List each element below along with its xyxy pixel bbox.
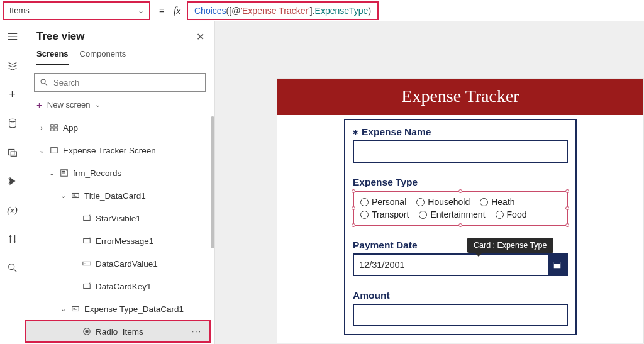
chevron-down-icon: ⌄ xyxy=(48,169,55,177)
svg-rect-14 xyxy=(83,262,91,265)
svg-point-4 xyxy=(41,79,45,84)
new-screen-button[interactable]: + New screen ⌄ xyxy=(25,96,214,116)
chevron-down-icon: ⌄ xyxy=(59,305,67,313)
svg-point-18 xyxy=(86,330,88,333)
chevron-right-icon: › xyxy=(38,124,45,131)
tree-panel: Tree view ✕ Screens Components + New scr… xyxy=(25,21,215,344)
chevron-down-icon: ⌄ xyxy=(59,192,67,200)
app-icon xyxy=(49,123,59,133)
radio-items-control[interactable]: Personal Household Heath Transport Enter… xyxy=(353,191,568,226)
expense-name-input[interactable] xyxy=(353,140,568,163)
chevron-down-icon: ⌄ xyxy=(38,147,45,155)
required-icon: ✱ xyxy=(353,129,358,136)
tree-node-type-card[interactable]: ⌄ Expense Type_DataCard1 xyxy=(25,297,211,320)
date-text[interactable] xyxy=(354,255,548,275)
tree-node-title-card[interactable]: ⌄ Title_DataCard1 xyxy=(25,184,211,207)
svg-rect-20 xyxy=(554,262,561,264)
formula-input[interactable]: Choices([@'Expense Tracker'].ExpenseType… xyxy=(187,1,379,20)
left-rail: + (x) xyxy=(0,21,25,344)
datacard-icon xyxy=(70,304,80,314)
svg-rect-16 xyxy=(72,307,79,311)
selection-handle[interactable] xyxy=(565,189,569,193)
label-icon xyxy=(82,213,92,223)
svg-rect-13 xyxy=(84,239,91,243)
search-field[interactable] xyxy=(53,78,200,87)
svg-rect-1 xyxy=(8,150,14,155)
card-amount[interactable]: Amount xyxy=(345,284,575,334)
tree-node-value[interactable]: DataCardValue1 xyxy=(25,252,211,275)
fx-icon[interactable]: fx xyxy=(174,4,187,17)
rail-media-button[interactable] xyxy=(5,145,20,160)
rail-power-button[interactable] xyxy=(5,174,20,189)
payment-date-input[interactable] xyxy=(353,253,568,276)
chevron-down-icon: ⌄ xyxy=(95,101,101,109)
close-icon[interactable]: ✕ xyxy=(196,31,204,43)
selection-handle[interactable] xyxy=(565,206,569,210)
card-tooltip: Card : Expense Type xyxy=(467,238,553,253)
radio-option[interactable]: Heath xyxy=(480,197,514,207)
svg-rect-8 xyxy=(55,128,57,131)
search-input[interactable] xyxy=(34,73,206,92)
rail-variables-button[interactable]: (x) xyxy=(5,203,20,218)
canvas[interactable]: Expense Tracker ✱Expense Name Expense Ty… xyxy=(215,21,644,344)
scrollbar[interactable] xyxy=(211,116,214,248)
selection-handle[interactable] xyxy=(352,189,355,193)
radio-option[interactable]: Food xyxy=(496,209,527,219)
svg-rect-12 xyxy=(84,216,91,221)
equals-label: = xyxy=(150,5,174,16)
rail-tree-button[interactable] xyxy=(5,58,20,73)
tab-components[interactable]: Components xyxy=(80,49,126,65)
rail-data-button[interactable] xyxy=(5,116,20,131)
svg-rect-5 xyxy=(51,125,53,127)
form-icon xyxy=(59,168,69,178)
selection-handle[interactable] xyxy=(565,223,569,227)
tree-node-screen[interactable]: ⌄ Expense Tracker Screen xyxy=(25,139,211,162)
svg-point-0 xyxy=(9,119,16,122)
radio-option[interactable]: Household xyxy=(416,197,470,207)
label-icon xyxy=(82,281,92,291)
rail-search-button[interactable] xyxy=(5,260,20,275)
property-dropdown[interactable]: Items ⌄ xyxy=(3,1,150,20)
textinput-icon xyxy=(82,258,92,269)
rail-tools-button[interactable] xyxy=(5,231,20,247)
plus-icon: + xyxy=(36,99,42,110)
calendar-icon[interactable] xyxy=(548,255,567,275)
selection-handle[interactable] xyxy=(352,206,355,210)
screen-icon xyxy=(49,145,59,155)
svg-rect-2 xyxy=(11,152,16,156)
datacard-icon xyxy=(70,191,80,201)
radio-option[interactable]: Personal xyxy=(360,197,406,207)
amount-input[interactable] xyxy=(353,304,568,326)
tree-node-error[interactable]: ErrorMessage1 xyxy=(25,230,211,252)
label-icon xyxy=(82,236,92,246)
radio-option[interactable]: Transport xyxy=(360,209,409,219)
tree-node-radio[interactable]: Radio_Items ··· xyxy=(25,320,211,343)
svg-point-3 xyxy=(8,264,14,270)
radio-option[interactable]: Entertainment xyxy=(419,209,485,219)
tab-screens[interactable]: Screens xyxy=(36,49,69,65)
panel-title: Tree view xyxy=(36,30,85,43)
selection-handle[interactable] xyxy=(458,189,462,193)
svg-rect-6 xyxy=(55,125,57,127)
search-icon xyxy=(40,78,48,87)
rail-menu-button[interactable] xyxy=(5,29,20,44)
selection-handle[interactable] xyxy=(352,223,355,227)
chevron-down-icon: ⌄ xyxy=(138,6,144,15)
svg-rect-9 xyxy=(51,148,58,153)
tree-node-form[interactable]: ⌄ frm_Records xyxy=(25,162,211,184)
card-expense-type[interactable]: Expense Type Personal Household Heath Tr… xyxy=(345,170,575,233)
property-name: Items xyxy=(9,6,30,15)
radio-icon xyxy=(82,326,92,336)
app-preview: Expense Tracker ✱Expense Name Expense Ty… xyxy=(277,78,644,343)
tree-node-app[interactable]: › App xyxy=(25,116,211,139)
app-title: Expense Tracker xyxy=(277,79,643,115)
svg-rect-11 xyxy=(72,194,79,198)
tree-node-key[interactable]: DataCardKey1 xyxy=(25,275,211,297)
card-expense-name[interactable]: ✱Expense Name xyxy=(345,120,575,170)
svg-rect-15 xyxy=(84,284,91,289)
rail-insert-button[interactable]: + xyxy=(5,87,20,102)
svg-rect-7 xyxy=(51,128,53,131)
more-button[interactable]: ··· xyxy=(192,327,202,336)
tree-node-star[interactable]: StarVisible1 xyxy=(25,207,211,230)
selection-handle[interactable] xyxy=(458,223,462,227)
